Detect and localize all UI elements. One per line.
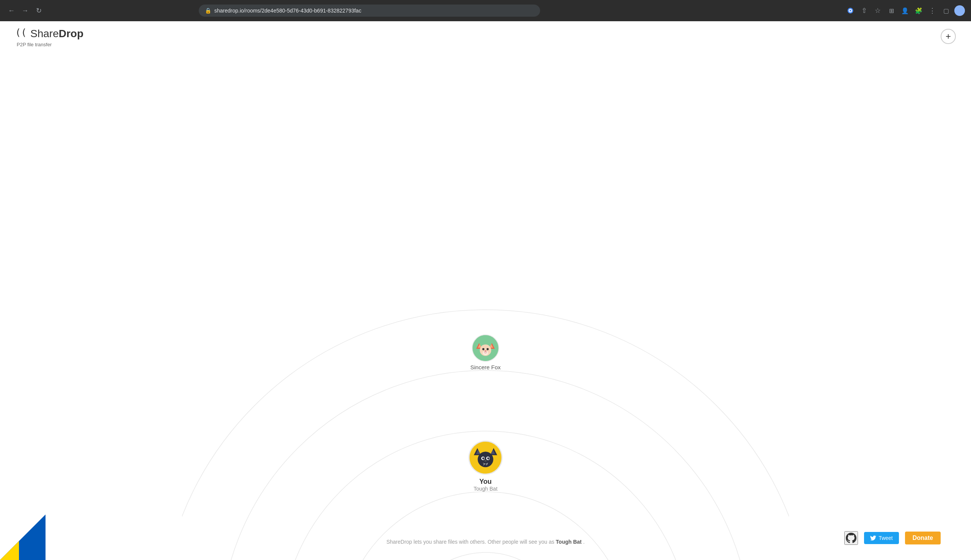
info-text-highlight: Tough Bat	[556, 539, 581, 545]
fox-node[interactable]: Sincere Fox	[470, 334, 501, 370]
svg-point-16	[487, 348, 489, 350]
tweet-button[interactable]: Tweet	[864, 532, 899, 544]
svg-text:((·)): ((·))	[15, 27, 29, 38]
logo-subtitle: P2P file transfer	[17, 42, 83, 47]
logo-text: ((·)) ShareDrop	[15, 25, 83, 42]
address-bar[interactable]: 🔒 sharedrop.io/rooms/2de4e580-5d76-43d0-…	[199, 5, 540, 17]
svg-point-31	[484, 460, 487, 462]
radar-circles	[182, 181, 789, 560]
refresh-button[interactable]: ↻	[33, 5, 44, 16]
browser-chrome: ← → ↻ 🔒 sharedrop.io/rooms/2de4e580-5d76…	[0, 0, 971, 21]
svg-point-15	[482, 348, 484, 350]
ukraine-flag	[0, 515, 45, 560]
bookmark-icon[interactable]: ☆	[873, 5, 883, 16]
menu-icon[interactable]: ⋮	[927, 5, 938, 16]
tweet-label: Tweet	[878, 535, 893, 541]
donate-button[interactable]: Donate	[905, 532, 941, 545]
info-text: ShareDrop lets you share files with othe…	[387, 539, 585, 545]
extensions-icon[interactable]: ⊞	[886, 5, 897, 16]
radar-area: Sincere Fox	[0, 52, 971, 560]
lock-icon: 🔒	[205, 8, 211, 13]
puzzle-icon[interactable]: 🧩	[913, 5, 924, 16]
app-topbar: ((·)) ShareDrop P2P file transfer +	[0, 21, 971, 52]
fox-label: Sincere Fox	[470, 364, 501, 370]
browser-actions: ⇧ ☆ ⊞ 👤 🧩 ⋮ ▢	[845, 5, 965, 16]
svg-point-4	[402, 552, 569, 560]
you-node[interactable]: You Tough Bat	[469, 440, 502, 492]
svg-point-5	[341, 492, 630, 560]
forward-button[interactable]: →	[20, 5, 30, 16]
info-text-period: .	[583, 539, 584, 545]
google-icon[interactable]	[845, 5, 856, 16]
add-room-button[interactable]: +	[941, 29, 956, 44]
you-sublabel: Tough Bat	[473, 486, 497, 492]
user-extension-icon[interactable]: 👤	[900, 5, 910, 16]
you-avatar	[469, 440, 502, 475]
logo-container: ((·)) ShareDrop P2P file transfer	[15, 25, 83, 47]
profile-button[interactable]	[954, 5, 965, 16]
app-container: ((·)) ShareDrop P2P file transfer +	[0, 21, 971, 560]
svg-point-29	[483, 458, 484, 458]
svg-point-2	[849, 10, 851, 12]
url-text: sharedrop.io/rooms/2de4e580-5d76-43d0-b6…	[214, 8, 534, 13]
share-icon[interactable]: ⇧	[859, 5, 869, 16]
logo-wave-icon: ((·))	[15, 25, 29, 42]
window-icon[interactable]: ▢	[941, 5, 951, 16]
svg-point-18	[482, 351, 488, 355]
logo-name: ShareDrop	[30, 28, 83, 40]
ukraine-flag-inner	[0, 515, 45, 560]
browser-nav-buttons: ← → ↻	[6, 5, 44, 16]
logo-drop: Drop	[59, 28, 83, 40]
you-label: You	[479, 478, 492, 486]
svg-point-28	[487, 457, 490, 460]
back-button[interactable]: ←	[6, 5, 17, 16]
github-button[interactable]	[844, 531, 858, 545]
footer-buttons: Tweet Donate	[844, 531, 941, 545]
svg-point-27	[482, 457, 485, 460]
info-text-main: ShareDrop lets you share files with othe…	[387, 539, 554, 545]
logo-share: Share	[30, 28, 59, 40]
fox-avatar	[472, 334, 499, 362]
svg-point-30	[488, 458, 489, 458]
svg-point-24	[477, 452, 493, 467]
